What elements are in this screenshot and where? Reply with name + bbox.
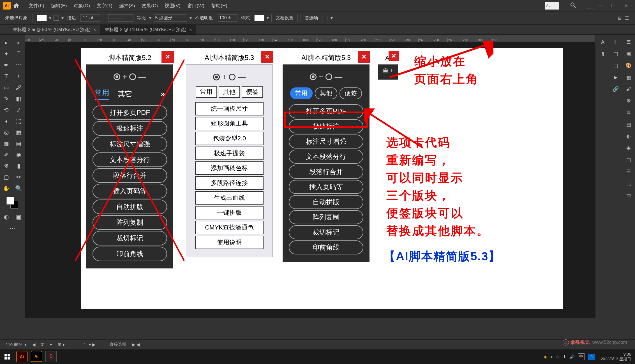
menu-effect[interactable]: 效果(C) (142, 3, 158, 9)
align-icon[interactable]: ⊩▾ (327, 15, 333, 21)
free-transform-tool[interactable]: ⬚ (12, 115, 25, 127)
tab-common[interactable]: 常用 (196, 86, 217, 98)
tray-volume-icon[interactable]: 🔊 (570, 354, 574, 359)
graphic-style-swatch[interactable] (254, 15, 264, 21)
slice-tool[interactable]: ✂ (12, 171, 25, 183)
color-icon[interactable]: 🎨 (624, 61, 634, 71)
script-button[interactable]: 阵列复制 (93, 215, 167, 230)
zoom-tool[interactable]: 🔍 (12, 183, 25, 194)
minimize-button[interactable]: — (594, 1, 607, 10)
radio-selected[interactable] (213, 74, 220, 80)
panel-close-button[interactable]: ✕ (358, 51, 370, 63)
menu-file[interactable]: 文件(F) (29, 3, 44, 9)
menu-type[interactable]: 文字(T) (97, 3, 112, 9)
panel-close-button[interactable]: ✕ (161, 51, 174, 63)
start-button[interactable] (0, 349, 15, 364)
gradient-icon[interactable]: ▤ (624, 119, 634, 129)
brush-field[interactable]: 5 点圆形 (154, 14, 187, 22)
doc-tab-2[interactable]: 未标题-2 @ 110.65 % (CMYK/CPU 预览)× (100, 25, 196, 34)
script-button[interactable]: 统一画板尺寸 (195, 102, 264, 115)
lasso-tool[interactable]: ⌒ (12, 48, 25, 59)
taskbar-ai-active-icon[interactable]: Ai (31, 351, 42, 362)
fill-swatch[interactable] (37, 15, 47, 21)
panel-collapse-icon[interactable]: ⊞ (618, 15, 622, 21)
script-button[interactable]: 段落行合并 (289, 165, 363, 179)
radio-unselected[interactable] (229, 74, 235, 80)
menu-object[interactable]: 对象(O) (73, 3, 90, 9)
transparency-icon[interactable]: ◐ (624, 131, 634, 141)
script-button[interactable]: 裁切标记 (93, 231, 167, 245)
script-button[interactable]: 自动拼版 (93, 200, 167, 214)
radio-selected[interactable] (310, 73, 317, 80)
rectangle-tool[interactable]: ▭ (0, 82, 12, 93)
layers-icon[interactable]: ☰ (624, 166, 634, 177)
char-icon[interactable]: A (598, 37, 608, 47)
script-button[interactable]: 印前角线 (93, 247, 167, 261)
stroke-icon[interactable]: ≡ (624, 108, 634, 118)
menu-help[interactable]: 帮助(H) (211, 3, 227, 9)
search-box[interactable]: A... (545, 2, 559, 10)
opacity-field[interactable]: 100% (218, 14, 237, 22)
script-button[interactable]: 生成出血线 (195, 191, 264, 205)
script-button[interactable]: 印前角线 (289, 240, 363, 254)
taskbar-ai-icon[interactable]: Ai (16, 351, 27, 362)
swatches-icon[interactable]: ▦ (624, 72, 634, 82)
taskbar-clock[interactable]: 9:06 2023/8/13 星期日 (601, 352, 631, 361)
script-button[interactable]: 多段路径连接 (195, 176, 264, 190)
stroke-weight-field[interactable]: ⌃1 pt (80, 14, 100, 22)
line-tool[interactable]: / (12, 71, 25, 82)
tray-icon[interactable]: ⊕ (556, 354, 560, 359)
taskbar-app-icon[interactable]: § (45, 351, 57, 362)
symbol-sprayer-tool[interactable]: ❋ (0, 160, 12, 171)
tab-other[interactable]: 其它 (118, 89, 132, 99)
script-button[interactable]: 一键拼版 (195, 206, 264, 219)
doc-setup-button[interactable]: 文档设置 (271, 14, 298, 22)
menu-view[interactable]: 视图(V) (165, 3, 181, 9)
appearance-icon[interactable]: ◉ (624, 143, 634, 153)
doc-tab-1[interactable]: 未标题-2.ai @ 50 % (CMYK/CPU 预览)× (8, 25, 100, 34)
hand-tool[interactable]: ✋ (0, 183, 12, 194)
tray-ime-icon[interactable]: 五 (588, 354, 595, 360)
radio-selected[interactable] (114, 73, 120, 80)
eyedropper-tool[interactable]: ✐ (0, 149, 12, 160)
script-button[interactable]: 极速标注 (93, 121, 167, 136)
menu-edit[interactable]: 编辑(E) (51, 3, 67, 9)
canvas[interactable]: 脚本精简版5.2 ✕ + — 常用 其它 » 打开多页PDF极速标注标注尺寸增强… (25, 42, 595, 318)
panel-close-button[interactable]: ✕ (261, 51, 273, 63)
mesh-tool[interactable]: ▩ (0, 138, 12, 149)
properties-icon[interactable]: ☰ (624, 37, 634, 47)
para-icon[interactable]: ¶ (598, 49, 608, 59)
curvature-tool[interactable]: 〰 (12, 59, 25, 71)
tray-icon[interactable]: ⬆ (563, 354, 566, 359)
stroke-swatch[interactable] (54, 15, 59, 21)
close-icon[interactable]: × (93, 27, 96, 33)
tab-common[interactable]: 常用 (290, 87, 313, 99)
links-icon[interactable]: 🔗 (611, 84, 621, 94)
tray-ime[interactable]: 中 (578, 353, 585, 360)
blend-tool[interactable]: ◉ (12, 149, 25, 160)
graph-tool[interactable]: ▮ (12, 160, 25, 171)
script-button[interactable]: 文本段落分行 (289, 150, 363, 164)
script-button[interactable]: 自动拼版 (289, 195, 363, 209)
selection-tool[interactable]: ▸ (0, 37, 12, 48)
script-button[interactable]: 矩形圆角工具 (195, 117, 264, 130)
asset-export-icon[interactable]: ⬚ (624, 178, 634, 188)
brushes-icon[interactable]: 🖌 (624, 84, 634, 94)
shaper-tool[interactable]: ✎ (0, 93, 12, 104)
tab-more[interactable]: » (161, 90, 165, 98)
tab-other[interactable]: 其他 (315, 87, 337, 99)
script-button[interactable]: 包装盒型2.0 (195, 132, 264, 145)
maximize-button[interactable]: ☐ (607, 1, 620, 10)
radio-unselected[interactable] (325, 73, 332, 80)
draw-mode[interactable]: ◐ (0, 211, 12, 222)
type-tool[interactable]: T (0, 71, 12, 82)
pen-tool[interactable]: ✒ (0, 59, 12, 71)
artboard-tool[interactable]: ▢ (0, 171, 12, 183)
direct-select-tool[interactable]: ▹ (12, 37, 25, 48)
home-icon[interactable] (13, 2, 20, 9)
script-button[interactable]: 文本段落分行 (93, 152, 167, 167)
script-button[interactable]: 打开多页PDF (93, 105, 167, 120)
tab-notes[interactable]: 便签 (340, 87, 362, 99)
graphic-styles-icon[interactable]: ▢ (624, 155, 634, 165)
paintbrush-tool[interactable]: 🖌 (12, 82, 25, 93)
